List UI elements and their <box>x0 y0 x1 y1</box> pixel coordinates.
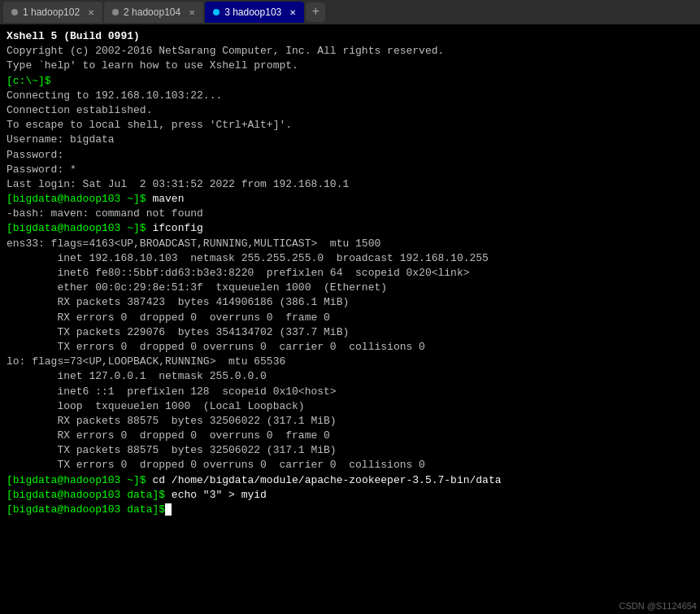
terminal-content: Xshell 5 (Build 0991)Copyright (c) 2002-… <box>0 24 700 614</box>
tab-label-2: 2 hadoop104 <box>124 7 180 18</box>
terminal-line: Connection established. <box>7 103 693 118</box>
terminal-line: ens33: flags=4163<UP,BROADCAST,RUNNING,M… <box>7 237 693 251</box>
terminal-line: -bash: maven: command not found <box>7 207 693 221</box>
terminal-line: RX errors 0 dropped 0 overruns 0 frame 0 <box>7 311 693 325</box>
terminal-line: RX packets 387423 bytes 414906186 (386.1… <box>7 295 693 310</box>
tab-hadoop103[interactable]: 3 hadoop103 ✕ <box>205 2 304 23</box>
tab-hadoop102[interactable]: 1 hadoop102 ✕ <box>3 2 102 23</box>
terminal-line: inet 127.0.0.1 netmask 255.0.0.0 <box>7 369 693 384</box>
terminal-line: [bigdata@hadoop103 data]$ echo "3" > myi… <box>7 488 693 503</box>
tab-close-2[interactable]: ✕ <box>189 8 195 17</box>
tab-bar: 1 hadoop102 ✕ 2 hadoop104 ✕ 3 hadoop103 … <box>0 0 700 24</box>
terminal-line: inet6 fe80::5bbf:dd63:b3e3:8220 prefixle… <box>7 266 693 281</box>
tab-label-3: 3 hadoop103 <box>224 7 281 18</box>
terminal-line: [bigdata@hadoop103 ~]$ ifconfig <box>7 221 693 236</box>
terminal-line: Connecting to 192.168.10.103:22... <box>7 89 693 103</box>
terminal-line: RX packets 88575 bytes 32506022 (317.1 M… <box>7 414 693 429</box>
tab-hadoop104[interactable]: 2 hadoop104 ✕ <box>104 2 203 23</box>
tab-close-3[interactable]: ✕ <box>289 8 296 17</box>
terminal-line: Copyright (c) 2002-2016 NetSarang Comput… <box>7 44 693 59</box>
terminal-line: Xshell 5 (Build 0991) <box>7 29 693 44</box>
tab-close-1[interactable]: ✕ <box>88 8 94 17</box>
terminal-line: lo: flags=73<UP,LOOPBACK,RUNNING> mtu 65… <box>7 355 693 369</box>
terminal-line: To escape to local shell, press 'Ctrl+Al… <box>7 118 693 133</box>
terminal-line: inet6 ::1 prefixlen 128 scopeid 0x10<hos… <box>7 385 693 399</box>
tab-dot-3 <box>213 9 220 15</box>
terminal-line: [c:\~]$ <box>7 74 693 89</box>
terminal-line: [bigdata@hadoop103 ~]$ cd /home/bigdata/… <box>7 473 693 488</box>
watermark: CSDN @S1124654 <box>619 601 697 611</box>
terminal-line: RX errors 0 dropped 0 overruns 0 frame 0 <box>7 429 693 443</box>
terminal-line: Last login: Sat Jul 2 03:31:52 2022 from… <box>7 177 693 192</box>
terminal-line: TX packets 229076 bytes 354134702 (337.7… <box>7 325 693 340</box>
terminal-line: [bigdata@hadoop103 ~]$ maven <box>7 192 693 207</box>
terminal-line: TX errors 0 dropped 0 overruns 0 carrier… <box>7 458 693 472</box>
tab-dot-2 <box>112 9 119 15</box>
terminal-line: TX packets 88575 bytes 32506022 (317.1 M… <box>7 443 693 458</box>
terminal-line: TX errors 0 dropped 0 overruns 0 carrier… <box>7 340 693 355</box>
terminal-line: Type `help' to learn how to use Xshell p… <box>7 59 693 73</box>
terminal-line: [bigdata@hadoop103 data]$ <box>7 503 693 517</box>
terminal-line: Username: bigdata <box>7 133 693 147</box>
tab-label-1: 1 hadoop102 <box>23 7 80 18</box>
terminal-line: inet 192.168.10.103 netmask 255.255.255.… <box>7 251 693 266</box>
terminal-line: Password: <box>7 148 693 163</box>
tab-dot-1 <box>11 9 18 15</box>
terminal-line: Password: * <box>7 163 693 177</box>
tab-add-button[interactable]: + <box>306 2 325 22</box>
terminal-line: ether 00:0c:29:8e:51:3f txqueuelen 1000 … <box>7 281 693 295</box>
terminal-line: loop txqueuelen 1000 (Local Loopback) <box>7 399 693 414</box>
